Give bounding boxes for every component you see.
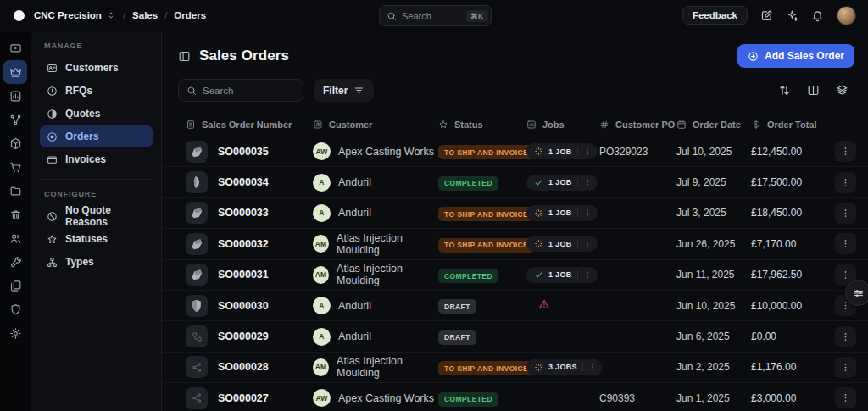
table-row[interactable]: SO000029 A Anduril DRAFT Jun 6, 2025 £0.… [162,321,868,352]
column-header-status[interactable]: Status [438,119,526,130]
credit-card-icon [47,154,58,165]
app-panel: MANAGE Customers RFQs Quotes Orders Invo… [31,31,868,411]
table-row[interactable]: SO000027 AW Apex Casting Works COMPLETED… [162,383,868,411]
chevrons-up-down-icon[interactable] [106,10,116,20]
jobs-pill[interactable]: 1 JOB [526,205,598,221]
rail-item-monitor[interactable] [3,36,27,60]
jobs-menu-icon[interactable] [588,363,597,371]
bell-icon[interactable] [811,9,824,22]
jobs-menu-icon[interactable] [583,147,592,156]
row-menu-button[interactable] [835,203,856,224]
sidebar-item-rfqs[interactable]: RFQs [40,80,153,102]
rail-item-folder[interactable] [3,179,27,203]
user-avatar[interactable] [837,6,856,25]
floating-settings-button[interactable] [845,280,868,306]
row-menu-button[interactable] [835,233,856,254]
rail-item-wrench[interactable] [3,250,27,274]
row-menu-button[interactable] [835,357,856,378]
row-menu-button[interactable] [835,326,856,347]
order-total: £12,450.00 [751,146,835,158]
breadcrumb-sales[interactable]: Sales [132,10,158,20]
rail-item-trash[interactable] [3,203,27,226]
orders-search-input[interactable] [203,86,287,96]
order-date: Jul 9, 2025 [676,176,751,188]
order-date: Jul 3, 2025 [676,207,751,219]
filter-button[interactable]: Filter [314,79,374,102]
doc-icon [186,119,196,130]
rail-item-shield[interactable] [3,297,27,321]
dollar-icon [751,119,761,130]
rail-item-users[interactable] [3,226,27,250]
jobs-menu-icon[interactable] [583,270,592,279]
rail-item-cart[interactable] [3,155,27,179]
customer-name: Apex Casting Works [338,392,434,404]
sidebar-item-types[interactable]: Types [40,251,153,273]
column-header-sales-order-number[interactable]: Sales Order Number [186,119,313,130]
column-header-customer-po[interactable]: Customer PO [599,119,676,130]
kebab-icon [840,331,851,342]
monitor-icon [9,42,22,55]
rail-item-crown[interactable] [3,60,27,84]
jobs-count: 1 JOB [548,178,572,186]
row-menu-button[interactable] [835,172,856,193]
column-header-customer[interactable]: Customer [313,119,438,130]
add-sales-order-button[interactable]: Add Sales Order [737,44,854,68]
page-header: Sales Orders Add Sales Order [162,31,868,68]
divider [577,270,578,279]
order-total: £0.00 [751,330,835,342]
table-row[interactable]: SO000031 AM Atlas Injection Moulding COM… [162,260,868,291]
columns-icon[interactable] [807,84,820,97]
table-row[interactable]: SO000028 AM Atlas Injection Moulding TO … [162,353,868,383]
customer-name: Atlas Injection Moulding [337,355,438,379]
sidebar-item-orders[interactable]: Orders [40,125,153,147]
sidebar-item-invoices[interactable]: Invoices [40,148,153,170]
rail-item-cube[interactable] [3,131,27,155]
breadcrumb-separator: / [164,10,167,20]
edit-icon[interactable] [760,9,773,22]
sparkles-icon[interactable] [786,9,798,22]
rail-item-workflow[interactable] [3,108,27,131]
table-row[interactable]: SO000032 AM Atlas Injection Moulding TO … [162,229,868,259]
rail-item-pages[interactable] [3,274,27,297]
view-tools [778,84,854,97]
app-logo[interactable] [14,10,25,21]
sidebar-item-customers[interactable]: Customers [40,57,153,79]
table-row[interactable]: SO000034 A Anduril COMPLETED 1 JOB Jul 9… [162,167,868,197]
stack-icon[interactable] [836,84,849,97]
global-search[interactable]: ⌘K [379,5,492,26]
sort-icon[interactable] [778,84,791,97]
rail-item-gear[interactable] [3,321,27,345]
jobs-menu-icon[interactable] [583,240,592,248]
sidebar-item-label: RFQs [65,85,92,97]
global-search-input[interactable] [402,11,461,21]
row-menu-button[interactable] [835,387,856,408]
sidebar-item-quotes[interactable]: Quotes [40,103,153,125]
sales-order-number: SO000034 [218,176,269,188]
jobs-pill[interactable]: 1 JOB [526,175,598,191]
customer-avatar: A [313,204,331,222]
feedback-button[interactable]: Feedback [682,6,748,25]
row-menu-button[interactable] [835,141,856,162]
sliders-icon [853,287,865,299]
jobs-menu-icon[interactable] [583,208,592,217]
jobs-menu-icon[interactable] [583,178,592,186]
order-date: Jun 10, 2025 [676,300,751,312]
column-header-order-total[interactable]: Order Total [751,119,835,130]
jobs-pill[interactable]: 1 JOB [526,143,598,159]
rail-item-chart[interactable] [3,84,27,108]
breadcrumb-orders[interactable]: Orders [174,10,206,20]
table-row[interactable]: SO000030 A Anduril DRAFT Jun 10, 2025 £1… [162,291,868,321]
table-row[interactable]: SO000033 A Anduril TO SHIP AND INVOICE 1… [162,198,868,229]
jobs-pill[interactable]: 3 JOBS [526,359,603,375]
jobs-count: 1 JOB [548,208,572,217]
column-header-order-date[interactable]: Order Date [676,119,751,130]
org-switcher[interactable]: CNC Precision [34,10,102,20]
sidebar-item-statuses[interactable]: Statuses [40,228,153,250]
column-header-jobs[interactable]: Jobs [526,119,599,130]
orders-search[interactable] [178,79,303,102]
table-row[interactable]: SO000035 AW Apex Casting Works TO SHIP A… [162,136,868,167]
sidebar-item-no-quote-reasons[interactable]: No Quote Reasons [40,205,153,227]
jobs-pill[interactable]: 1 JOB [526,267,598,283]
jobs-pill[interactable]: 1 JOB [526,236,598,252]
order-total: £17,500.00 [751,176,835,188]
